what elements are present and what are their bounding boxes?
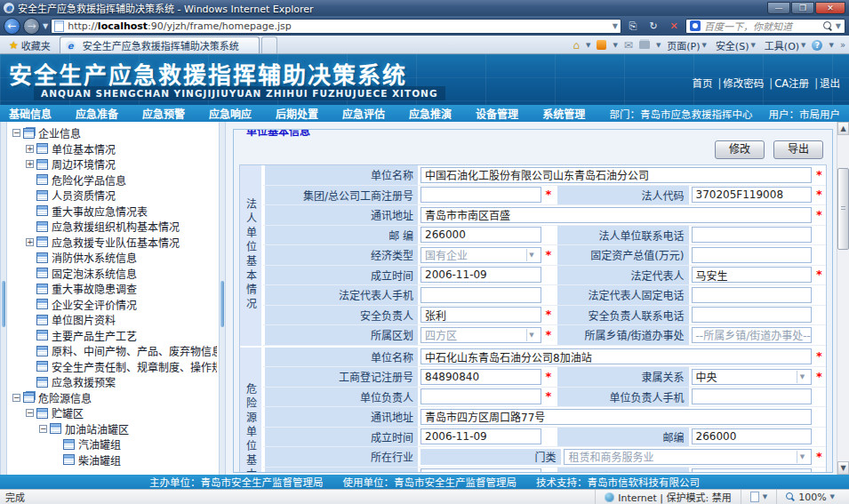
- splitter-handle[interactable]: [2, 281, 5, 327]
- status-page-dropdown-icon[interactable]: ▼: [763, 493, 767, 500]
- tree-item[interactable]: −企业信息: [9, 125, 217, 141]
- field-input[interactable]: [692, 388, 813, 404]
- scrollbar-thumb[interactable]: [837, 168, 849, 250]
- tree-item[interactable]: 危险化学品信息: [9, 172, 217, 188]
- left-splitter[interactable]: [0, 122, 7, 475]
- field-input[interactable]: [692, 247, 813, 263]
- tree-item[interactable]: +单位基本情况: [9, 141, 217, 157]
- history-dropdown-icon[interactable]: ▼: [43, 22, 48, 30]
- field-input[interactable]: 中国石油化工股份有限公司山东青岛石油分公司: [420, 167, 812, 183]
- field-input[interactable]: 青岛市四方区周口路77号: [420, 409, 812, 425]
- tree-item[interactable]: 企业安全评价情况: [9, 297, 217, 313]
- new-tab-button[interactable]: [261, 36, 277, 53]
- field-input[interactable]: [692, 227, 813, 243]
- stop-button[interactable]: ✕: [665, 18, 683, 34]
- tree-item[interactable]: 消防供水系统信息: [9, 250, 217, 266]
- tree-item[interactable]: +周边环境情况: [9, 156, 217, 172]
- field-input[interactable]: 青岛市市南区百盛: [420, 207, 812, 223]
- zoom-dropdown-icon[interactable]: ▼: [830, 493, 835, 500]
- tree-item[interactable]: −加油站油罐区: [9, 421, 217, 437]
- field-input[interactable]: [420, 468, 541, 473]
- search-input[interactable]: 百度一下，你就知道 ▼: [685, 19, 845, 34]
- nav-item[interactable]: 应急评估: [342, 106, 385, 121]
- header-link[interactable]: 修改密码: [723, 77, 764, 90]
- overflow-chevron-icon[interactable]: »: [840, 40, 844, 50]
- field-input[interactable]: [692, 307, 813, 323]
- field-input[interactable]: 马安生: [692, 267, 813, 283]
- field-select[interactable]: 四方区▼: [420, 327, 541, 343]
- field-input[interactable]: [692, 287, 813, 303]
- field-input[interactable]: 263: [692, 468, 813, 473]
- tree-item[interactable]: −危险源信息: [9, 390, 217, 406]
- nav-item[interactable]: 应急响应: [209, 106, 252, 121]
- command-button[interactable]: 安全(S)▼: [716, 38, 756, 52]
- field-input[interactable]: 中石化山东青岛石油分公司8加油站: [420, 348, 812, 364]
- forward-button[interactable]: →: [23, 18, 40, 35]
- nav-item[interactable]: 系统管理: [542, 106, 585, 121]
- tree-expand-toggle[interactable]: −: [39, 425, 47, 433]
- search-icon[interactable]: [823, 21, 832, 30]
- field-input[interactable]: 张利: [420, 307, 541, 323]
- field-input[interactable]: 2006-11-09: [420, 267, 541, 283]
- tree-item[interactable]: 主要产品生产工艺: [9, 328, 217, 344]
- tree-expand-toggle[interactable]: −: [12, 129, 20, 137]
- field-input[interactable]: 266000: [692, 428, 813, 444]
- tree-expand-toggle[interactable]: +: [26, 145, 34, 153]
- field-select[interactable]: 中央▼: [692, 369, 813, 385]
- field-select[interactable]: 租赁和商务服务业▼: [564, 449, 812, 465]
- minimize-button[interactable]: —: [767, 2, 790, 14]
- status-page-icon[interactable]: [750, 492, 759, 502]
- tree-expand-toggle[interactable]: −: [26, 409, 34, 417]
- tree-item[interactable]: −贮罐区: [9, 405, 217, 421]
- header-link[interactable]: 退出: [820, 77, 840, 90]
- search-dropdown-icon[interactable]: ▼: [836, 22, 841, 30]
- field-input[interactable]: 84890840: [420, 369, 541, 385]
- content-scrollbar[interactable]: ▲ ▼: [837, 122, 849, 475]
- tree-expand-toggle[interactable]: −: [12, 394, 20, 402]
- tab-active[interactable]: e 安全生产应急救援指挥辅助决策系统: [60, 36, 260, 53]
- nav-item[interactable]: 设备管理: [476, 106, 518, 121]
- zoom-control[interactable]: 100% ▼: [776, 490, 844, 504]
- compatibility-view-icon[interactable]: ⎘: [624, 18, 642, 34]
- tree-item[interactable]: 单位图片资料: [9, 312, 217, 328]
- nav-item[interactable]: 基础信息: [9, 106, 52, 121]
- field-input[interactable]: [420, 287, 541, 303]
- field-select[interactable]: 国有企业▼: [420, 247, 541, 263]
- mail-icon[interactable]: ✉: [624, 39, 633, 52]
- field-input[interactable]: 370205F119008: [692, 187, 813, 203]
- printer-icon[interactable]: [639, 41, 650, 49]
- tree-expand-toggle[interactable]: +: [26, 238, 34, 246]
- tree-item[interactable]: 应急救援组织机构基本情况: [9, 219, 217, 235]
- nav-item[interactable]: 应急准备: [76, 106, 118, 121]
- tree-expand-toggle[interactable]: +: [26, 160, 34, 168]
- address-dropdown-icon[interactable]: ▼: [613, 22, 618, 30]
- modify-button[interactable]: 修改: [715, 140, 765, 159]
- back-button[interactable]: ←: [4, 18, 20, 35]
- nav-item[interactable]: 应急推演: [409, 106, 452, 121]
- tree-item[interactable]: 安全生产责任制、规章制度、操作规程信息: [9, 359, 217, 375]
- tree-item[interactable]: +应急救援专业队伍基本情况: [9, 235, 217, 251]
- tree-item[interactable]: 柴油罐组: [9, 452, 217, 468]
- field-select[interactable]: --所属乡镇/街道办事处--▼: [692, 327, 813, 343]
- tree-item[interactable]: 重大事故应急情况表: [9, 204, 217, 220]
- maximize-button[interactable]: ❐: [791, 2, 814, 14]
- splitter-handle[interactable]: [220, 281, 224, 327]
- nav-item[interactable]: 后期处置: [276, 106, 318, 121]
- tree-item[interactable]: 应急救援预案: [9, 374, 217, 390]
- command-button[interactable]: 工具(O)▼: [765, 38, 806, 52]
- header-link[interactable]: 首页: [692, 77, 712, 90]
- refresh-button[interactable]: ↻: [645, 18, 662, 34]
- nav-item[interactable]: 应急预警: [142, 106, 185, 121]
- scroll-up-icon[interactable]: ▲: [837, 122, 849, 135]
- field-input[interactable]: 266000: [420, 227, 541, 243]
- command-button[interactable]: 页面(P)▼: [667, 38, 707, 52]
- field-input[interactable]: 2006-11-09: [420, 428, 541, 444]
- field-input[interactable]: [420, 388, 541, 404]
- scroll-down-icon[interactable]: ▼: [837, 461, 849, 475]
- address-input[interactable]: http://localhost:90/yjzh/frame/homepage.…: [51, 19, 621, 34]
- rss-feed-icon[interactable]: [597, 40, 606, 50]
- tree-item[interactable]: 原料、中间产物、产品、废弃物信息: [9, 343, 217, 359]
- header-link[interactable]: CA注册: [774, 77, 809, 90]
- sidebar-splitter[interactable]: [219, 122, 226, 475]
- tree-item[interactable]: 固定泡沫系统信息: [9, 266, 217, 282]
